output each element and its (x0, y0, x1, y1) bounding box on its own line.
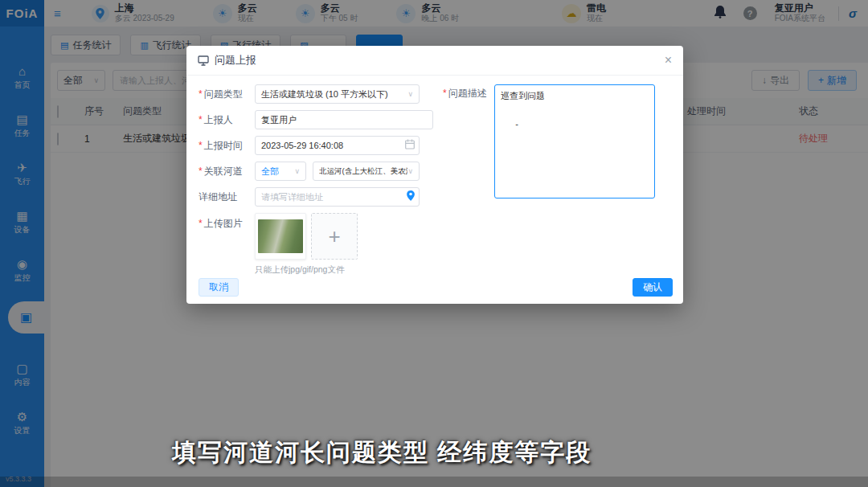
uploaded-photo-thumbnail[interactable] (255, 213, 306, 260)
confirm-button[interactable]: 确认 (633, 278, 673, 297)
field-upload: *上传图片 + 只能上传jpg/gif/png文件 (199, 213, 433, 276)
field-label: 关联河道 (204, 166, 243, 177)
chevron-down-icon: ∨ (294, 167, 300, 175)
required-asterisk: * (199, 218, 203, 229)
required-asterisk: * (199, 88, 203, 100)
chevron-down-icon: ∨ (407, 90, 413, 98)
upload-add-button[interactable]: + (311, 213, 358, 260)
field-label: 详细地址 (199, 191, 237, 203)
field-label: 上传图片 (204, 218, 243, 229)
river-scope-value: 全部 (261, 166, 279, 178)
bottom-strip (0, 477, 868, 487)
close-icon[interactable]: × (665, 54, 672, 67)
modal-header: 问题上报 × (186, 46, 683, 76)
field-problem-type: *问题类型 生活或建筑垃圾 (10 平方米以下) ∨ (199, 84, 433, 104)
problem-description-textarea[interactable]: 巡查到问题 - (494, 84, 655, 198)
app-root: FOiA ≡ 上海 多云 2023-05-29 ☀ 多云 现在 ☀ 多云 下午 … (0, 0, 868, 487)
problem-type-value: 生活或建筑垃圾 (10 平方米以下) (261, 88, 388, 100)
report-screen-icon (198, 55, 209, 66)
modal-title: 问题上报 (215, 53, 256, 68)
field-address: 详细地址 (199, 187, 433, 207)
reporter-input[interactable] (255, 110, 433, 129)
field-report-time: *上报时间 (199, 136, 433, 155)
required-asterisk: * (199, 114, 203, 125)
calendar-icon[interactable] (405, 139, 415, 149)
problem-type-select[interactable]: 生活或建筑垃圾 (10 平方米以下) ∨ (255, 84, 420, 104)
required-asterisk: * (199, 166, 203, 177)
river-scope-select[interactable]: 全部 ∨ (255, 162, 306, 181)
modal-footer: 取消 确认 (199, 278, 673, 297)
modal-body: *问题类型 生活或建筑垃圾 (10 平方米以下) ∨ *上报人 *上报时间 (186, 76, 683, 282)
problem-report-modal: 问题上报 × *问题类型 生活或建筑垃圾 (10 平方米以下) ∨ *上报人 *… (186, 46, 683, 304)
field-description: *问题描述 巡查到问题 - (443, 84, 655, 282)
upload-hint: 只能上传jpg/gif/png文件 (255, 264, 358, 276)
field-label: 问题类型 (204, 88, 243, 100)
river-value: 北运河(含上大松江、美农江) (319, 166, 407, 177)
field-label: 上报时间 (204, 140, 243, 151)
field-river: *关联河道 全部 ∨ 北运河(含上大松江、美农江) ∨ (199, 162, 433, 181)
chevron-down-icon: ∨ (407, 167, 413, 175)
cancel-button[interactable]: 取消 (199, 278, 239, 297)
river-select[interactable]: 北运河(含上大松江、美农江) ∨ (313, 162, 420, 181)
report-time-input[interactable] (255, 136, 420, 155)
required-asterisk: * (443, 88, 447, 99)
field-label: 问题描述 (448, 88, 487, 99)
required-asterisk: * (199, 140, 203, 151)
map-pin-icon[interactable] (407, 190, 415, 201)
address-input[interactable] (255, 187, 420, 207)
field-reporter: *上报人 (199, 110, 433, 129)
video-caption: 填写河道河长问题类型 经纬度等字段 (172, 436, 592, 469)
field-label: 上报人 (204, 114, 233, 125)
aerial-photo (258, 219, 303, 253)
